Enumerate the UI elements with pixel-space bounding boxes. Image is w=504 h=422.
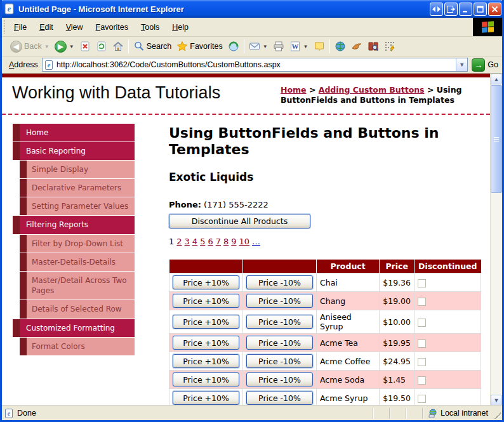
sidebar-item-label: Master/Detail Across Two Pages [27,272,135,300]
sidebar-item-declarative-parameters[interactable]: Declarative Parameters [13,179,135,197]
sidebar-item-format-colors[interactable]: Format Colors [13,338,135,355]
price-cell: $19.00 [380,292,414,310]
pager-more-link[interactable]: … [252,237,260,246]
price-minus-button[interactable]: Price -10% [246,354,313,368]
address-dropdown-button[interactable]: ▼ [456,58,467,71]
discontinue-all-button[interactable]: Discontinue All Products [169,214,310,228]
price-plus-button[interactable]: Price +10% [173,294,239,308]
price-minus-button[interactable]: Price -10% [246,373,313,386]
discontinued-checkbox[interactable] [418,395,426,403]
status-page-icon: e [4,409,14,418]
breadcrumb-section-link[interactable]: Adding Custom Buttons [319,85,425,95]
mail-button[interactable]: ▼ [246,39,270,53]
favorites-button[interactable]: Favorites [174,39,225,53]
stop-button[interactable] [77,39,93,53]
menu-edit[interactable]: Edit [33,20,60,34]
search-button[interactable]: Search [131,39,175,53]
menu-help[interactable]: Help [166,20,195,34]
address-input[interactable]: e http://localhost:3062/Code/CustomButto… [42,58,468,72]
sidebar-item-home[interactable]: Home [13,124,135,142]
toolbar-separator [329,39,330,53]
pager-page-link[interactable]: 8 [223,237,229,246]
minimize-button[interactable] [459,3,472,16]
breadcrumb-home-link[interactable]: Home [281,85,307,95]
pager-page-link[interactable]: 2 [176,237,182,246]
discontinued-checkbox[interactable] [418,340,426,348]
quick-encode-button[interactable] [381,39,398,53]
resize-arrows-button[interactable] [430,3,443,16]
price-minus-button[interactable]: Price -10% [246,275,313,289]
price-minus-button[interactable]: Price -10% [246,294,313,308]
pager-page-link[interactable]: 10 [239,237,250,246]
address-url-text[interactable]: http://localhost:3062/Code/CustomButtons… [56,60,456,69]
discontinued-checkbox[interactable] [418,358,426,366]
menu-view[interactable]: View [60,20,90,34]
back-button[interactable]: ◀ Back ▼ [8,39,52,54]
price-plus-button[interactable]: Price +10% [173,275,239,289]
scroll-down-button[interactable]: ▼ [491,395,502,406]
sidebar-item-filter-by-dropdown-list[interactable]: Filter by Drop-Down List [13,235,135,253]
scrollbar-track[interactable] [491,194,502,395]
scroll-up-button[interactable]: ▲ [491,74,502,84]
scrollbar-thumb[interactable] [491,85,502,193]
resize-grip[interactable] [493,406,502,420]
discuss-button[interactable] [311,39,328,53]
menu-grip[interactable] [3,20,6,34]
menu-file[interactable]: File [8,20,33,34]
price-plus-button[interactable]: Price +10% [173,373,239,386]
msn-globe-button[interactable] [332,39,348,53]
edit-with-word-button[interactable]: W ▼ [287,39,311,53]
price-minus-button[interactable]: Price -10% [246,336,313,350]
sidebar-item-customized-formatting[interactable]: Customized Formatting [13,319,135,337]
pager-page-link[interactable]: 5 [200,237,205,246]
sidebar-item-setting-parameter-values[interactable]: Setting Parameter Values [13,197,135,215]
detach-window-button[interactable] [444,3,458,16]
close-button[interactable] [488,3,501,16]
sidebar-item-basic-reporting[interactable]: Basic Reporting [13,142,135,160]
pager-page-link[interactable]: 9 [231,237,236,246]
sidebar-item-master-details-details[interactable]: Master-Details-Details [13,253,135,271]
price-minus-button[interactable]: Price -10% [246,391,313,405]
sidebar-item-simple-display[interactable]: Simple Display [13,161,135,178]
sidebar-item-master-detail-two-pages[interactable]: Master/Detail Across Two Pages [13,272,135,300]
table-row: Price +10% Price -10% Acme Coffee $24.95 [169,352,481,371]
pager-page-link[interactable]: 3 [185,237,190,246]
discontinued-checkbox[interactable] [418,279,426,287]
sidebar-item-label: Master-Details-Details [27,253,135,271]
menu-bullet [13,124,20,142]
go-button[interactable]: → Go [472,58,498,72]
maximize-button[interactable] [474,3,487,16]
home-button[interactable] [110,39,126,53]
price-plus-button[interactable]: Price +10% [173,336,239,350]
research-button[interactable] [365,39,381,53]
sidebar-item-label: Basic Reporting [20,142,135,160]
price-plus-button[interactable]: Price +10% [173,391,239,405]
discontinued-checkbox[interactable] [418,376,426,385]
pager-page-link[interactable]: 4 [192,237,197,246]
menu-tools[interactable]: Tools [135,20,166,34]
print-button[interactable] [270,39,287,53]
price-minus-button[interactable]: Price -10% [246,315,313,329]
discontinued-checkbox[interactable] [418,298,426,306]
price-plus-button[interactable]: Price +10% [173,354,239,368]
sidebar-item-filtering-reports[interactable]: Filtering Reports [13,216,135,234]
stop-icon [79,41,91,52]
page-body: Home Basic Reporting Simple Display Decl… [2,115,490,406]
forward-button[interactable]: ▶ ▼ [52,39,77,54]
discontinued-checkbox[interactable] [418,319,426,327]
menu-favorites[interactable]: Favorites [90,20,135,34]
history-icon [228,41,239,52]
refresh-button[interactable] [93,39,110,53]
status-pane [373,408,389,419]
history-button[interactable] [225,39,242,53]
pager-page-link[interactable]: 7 [216,237,221,246]
browser-viewport: Working with Data Tutorials Home > Addin… [2,74,502,406]
pager-page-link[interactable]: 6 [208,237,213,246]
product-cell: Acme Coffee [317,352,380,371]
messenger-button[interactable] [348,39,365,53]
table-row: Price +10% Price -10% Chang $19.00 [169,292,481,310]
price-plus-button[interactable]: Price +10% [173,315,239,329]
status-pane [389,408,406,419]
sidebar-item-details-of-selected-row[interactable]: Details of Selected Row [13,300,135,318]
sidebar-item-label: Format Colors [27,338,135,355]
